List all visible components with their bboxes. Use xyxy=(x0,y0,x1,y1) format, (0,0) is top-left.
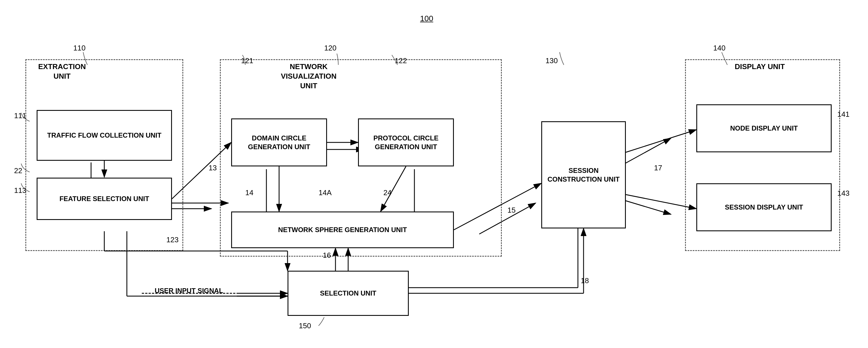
network-viz-label: NETWORK VISUALIZATION UNIT xyxy=(274,62,344,90)
ref-130: 130 xyxy=(546,56,558,65)
feature-selection-box: FEATURE SELECTION UNIT xyxy=(37,178,172,220)
domain-circle-box: DOMAIN CIRCLE GENERATION UNIT xyxy=(231,118,327,166)
network-sphere-box: NETWORK SPHERE GENERATION UNIT xyxy=(231,211,454,248)
protocol-circle-box: PROTOCOL CIRCLE GENERATION UNIT xyxy=(358,118,454,166)
ref-14A: 14A xyxy=(318,188,332,197)
display-unit-label: DISPLAY UNIT xyxy=(724,62,795,71)
ref-113: 113 xyxy=(14,186,26,195)
ref-15: 15 xyxy=(507,206,516,214)
ref-140: 140 xyxy=(713,44,725,53)
ref-150: 150 xyxy=(299,321,311,330)
diagram: 100 110 EXTRACTION UNIT TRAFFIC FLOW COL… xyxy=(0,0,868,348)
ref-120: 120 xyxy=(324,44,336,53)
ref-141: 141 xyxy=(837,110,849,119)
selection-unit-box: SELECTION UNIT xyxy=(287,271,409,316)
ref-17: 17 xyxy=(654,164,662,172)
ref-111: 111 xyxy=(14,111,26,120)
ref-123: 123 xyxy=(166,235,179,244)
traffic-flow-box: TRAFFIC FLOW COLLECTION UNIT xyxy=(37,110,172,161)
ref-13: 13 xyxy=(209,164,217,172)
ref-143: 143 xyxy=(837,189,849,198)
ref-22: 22 xyxy=(14,166,22,175)
session-construction-box: SESSION CONSTRUCTION UNIT xyxy=(541,121,626,228)
ref-14: 14 xyxy=(245,188,253,197)
ref-18: 18 xyxy=(581,277,589,285)
node-display-box: NODE DISPLAY UNIT xyxy=(696,104,832,152)
ref-24: 24 xyxy=(383,188,392,197)
title-100: 100 xyxy=(420,14,433,23)
extraction-unit-label: EXTRACTION UNIT xyxy=(34,62,90,81)
user-input-signal-label: USER INPUT SIGNAL xyxy=(141,286,237,295)
ref-122: 122 xyxy=(395,56,407,65)
session-display-box: SESSION DISPLAY UNIT xyxy=(696,183,832,231)
ref-16: 16 xyxy=(323,251,331,260)
ref-110: 110 xyxy=(73,44,86,53)
ref-121: 121 xyxy=(241,56,253,65)
